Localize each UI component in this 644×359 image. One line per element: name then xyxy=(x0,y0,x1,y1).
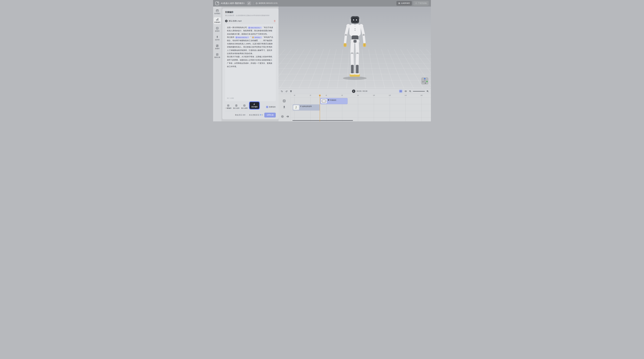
follow-playhead-icon xyxy=(400,90,402,92)
timeline-zoom-slider[interactable] xyxy=(413,91,425,91)
divider xyxy=(247,114,247,116)
clapperboard-icon xyxy=(216,9,219,12)
ruler-tick: 2f xyxy=(310,94,311,96)
expression-tag[interactable]: ☺哈哈大笑(10s)× xyxy=(235,36,249,38)
panel-title: 音频编排 xyxy=(225,11,276,13)
remove-tag-icon[interactable]: × xyxy=(248,36,248,38)
tag-label: 鸡叫(5s) xyxy=(254,36,260,38)
expression-clip[interactable]: 害羞微笑 xyxy=(320,98,348,104)
action-track-icon[interactable] xyxy=(283,106,286,109)
audio-arrange-panel: 音频编排 通过音频处理，生成音频素材以及融合动作和表情的音频编排素材 默认名称1… xyxy=(222,8,278,119)
ruler-tick: 6f xyxy=(342,94,343,96)
timeline-ruler[interactable]: 0f 2f 4f 6f 8f 10f 12f 14f 16f xyxy=(291,94,431,97)
insert-expression-button[interactable]: 插入表情 xyxy=(241,104,248,109)
sound-effect-icon: ♪ xyxy=(252,36,254,38)
expression-track-icon[interactable] xyxy=(283,99,286,103)
pencil-icon xyxy=(248,2,250,4)
laugh-expression-icon: ☺ xyxy=(236,36,238,38)
nav-label: 音频编排 xyxy=(214,21,220,23)
insert-expression-icon xyxy=(243,104,246,107)
script-editor[interactable]: 这是一家全球领先的公司 ☺哈哈大笑(10s)×「专注于先进机器人系统的设计、制造… xyxy=(225,24,276,101)
track-icon-column xyxy=(278,94,291,121)
rhythm-motion-checkbox[interactable]: ✓ 韵律动作 xyxy=(266,106,276,108)
broom-clear-icon xyxy=(253,103,256,105)
generate-now-button[interactable]: 立即生成 xyxy=(264,113,276,117)
3d-viewport[interactable] xyxy=(278,6,431,88)
panel-subtitle: 通过音频处理，生成音频素材以及融合动作和表情的音频编排素材 xyxy=(225,14,276,17)
zoom-out-icon[interactable] xyxy=(409,90,411,92)
project-title: A1机器人动作-我的项目1 xyxy=(221,2,245,4)
nav-label: 音频库 xyxy=(215,48,220,49)
checkbox-checked-icon: ✓ xyxy=(266,106,268,108)
zoom-in-icon[interactable] xyxy=(426,90,429,92)
delete-clip-icon[interactable] xyxy=(290,90,292,92)
expression-tag[interactable]: ☺哈哈大笑(10s)× xyxy=(248,26,262,29)
track-separator xyxy=(291,117,431,118)
gizmo-y-axis xyxy=(424,78,426,79)
ruler-tick: 16f xyxy=(420,94,422,96)
audio-play-button[interactable] xyxy=(225,20,228,22)
save-time: 保存时间 26/01/03 12:01 xyxy=(256,2,278,4)
nav-item-audio-library[interactable]: 音频库 xyxy=(214,43,221,50)
char-count: 52 / 1,000 xyxy=(227,97,234,100)
audio-file-name: 默认名称1.mp3 xyxy=(229,20,242,22)
gizmo-x-axis xyxy=(426,81,428,82)
timeline-play-button[interactable] xyxy=(352,89,355,93)
edit-controls xyxy=(281,90,292,92)
robot-3d-model[interactable] xyxy=(331,11,378,81)
panel-footer: 剩余灵石 300 本次消耗灵石0 立即生成 xyxy=(225,111,276,119)
timeline-view-controls xyxy=(399,90,429,93)
clear-arrangement-button[interactable]: 清空编排 xyxy=(249,102,260,109)
save-icon xyxy=(398,2,400,4)
insert-action-button[interactable]: 插入动作 xyxy=(233,104,240,109)
top-bar: A1机器人动作-我的项目1 保存时间 26/01/03 12:01 合成并保存 … xyxy=(213,0,431,6)
expression-thumbnail xyxy=(321,99,327,103)
text-segment: 「 xyxy=(250,36,251,38)
sound-effect-tag[interactable]: ♪鸡叫(5s)× xyxy=(252,36,262,38)
audio-library-icon xyxy=(216,44,219,47)
fit-view-icon xyxy=(405,90,407,92)
expression-clip-label: 害羞微笑 xyxy=(330,99,336,101)
nav-item-action-library[interactable]: 动作库 xyxy=(214,35,221,41)
rhythm-label: 韵律动作 xyxy=(269,106,276,108)
left-nav: 动作模仿 音频编排 表情库 动作库 音频库 我的任务 xyxy=(213,6,222,121)
deploy-device-button[interactable]: 下发到设备 xyxy=(413,1,429,5)
clip-label-row: 超帅走路姿势 xyxy=(300,105,312,107)
fit-timeline-button[interactable] xyxy=(404,90,408,93)
voice-track-icon[interactable] xyxy=(281,115,284,118)
undo-icon[interactable] xyxy=(281,90,283,92)
laugh-expression-icon: ☺ xyxy=(248,27,250,28)
nav-item-motion-imitation[interactable]: 动作模仿 xyxy=(214,8,221,15)
button-label: 插入动作 xyxy=(233,107,240,109)
ruler-tick: 4f xyxy=(326,94,327,96)
orientation-gizmo[interactable] xyxy=(421,77,428,84)
one-click-arrange-button[interactable]: 一键编排 xyxy=(225,104,232,109)
timeline-panel: 0f 2f 4f 6f 8f 10f 12f 14f 16f xyxy=(278,94,431,121)
audio-arrange-icon xyxy=(216,18,219,21)
cost-label: 本次消耗灵石 xyxy=(249,114,259,116)
redo-icon[interactable] xyxy=(285,90,288,92)
audio-track-icon[interactable] xyxy=(286,115,289,118)
rename-project-button[interactable] xyxy=(247,1,251,5)
horizontal-scrollbar[interactable] xyxy=(292,120,353,121)
timeline-tracks[interactable]: 害羞微笑 超帅走路姿势 xyxy=(291,97,431,121)
text-segment: 这是一家全球领先的公司 xyxy=(227,26,248,28)
nav-item-my-tasks[interactable]: 我的任务 xyxy=(214,52,221,59)
playhead[interactable] xyxy=(320,96,320,121)
auto-scroll-toggle[interactable] xyxy=(399,90,402,93)
compose-save-button[interactable]: 合成并保存 xyxy=(396,1,412,5)
nav-label: 动作库 xyxy=(215,39,220,41)
insert-action-icon xyxy=(235,104,238,107)
nav-item-audio-arrange[interactable]: 音频编排 xyxy=(214,17,221,24)
timeline-body[interactable]: 0f 2f 4f 6f 8f 10f 12f 14f 16f xyxy=(291,94,431,121)
delete-audio-button[interactable] xyxy=(274,20,276,22)
nav-item-expression-library[interactable]: 表情库 xyxy=(214,26,221,33)
action-clip[interactable]: 超帅走路姿势 xyxy=(293,104,320,110)
gizmo-axis xyxy=(425,83,426,84)
remove-tag-icon[interactable]: × xyxy=(260,36,262,38)
compose-save-label: 合成并保存 xyxy=(401,2,410,4)
button-label: 清空编排 xyxy=(251,106,258,108)
remove-tag-icon[interactable]: × xyxy=(260,26,261,29)
ruler-tick: 12f xyxy=(389,94,391,96)
action-library-icon xyxy=(216,36,219,38)
